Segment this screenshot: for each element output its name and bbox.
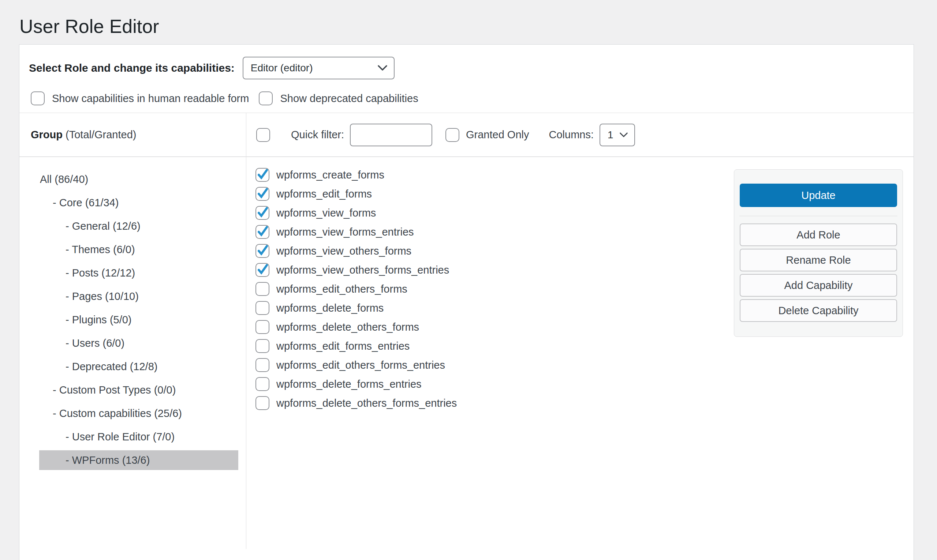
capability-checkbox[interactable]: [256, 206, 270, 220]
update-button[interactable]: Update: [740, 184, 897, 207]
group-header: Group (Total/Granted): [19, 113, 246, 157]
human-readable-checkbox[interactable]: [31, 91, 45, 105]
check-icon: [256, 168, 270, 181]
capability-name: wpforms_create_forms: [276, 169, 384, 181]
check-icon: [256, 225, 270, 238]
group-tree: All (86/40) - Core (61/34) - General (12…: [19, 157, 246, 470]
role-select-value: Editor (editor): [251, 62, 313, 74]
tree-item-general[interactable]: - General (12/6): [19, 214, 246, 238]
capability-name: wpforms_delete_forms_entries: [276, 378, 422, 390]
capability-name: wpforms_view_forms_entries: [276, 226, 414, 238]
quick-filter-checkbox[interactable]: [256, 128, 270, 142]
role-select[interactable]: Editor (editor): [243, 57, 395, 79]
capability-checkbox[interactable]: [256, 320, 270, 334]
capability-row: wpforms_delete_forms_entries: [256, 375, 914, 394]
page-title: User Role Editor: [0, 0, 937, 37]
group-column: Group (Total/Granted) All (86/40) - Core…: [19, 113, 246, 549]
actions-panel: Update Add Role Rename Role Add Capabili…: [734, 169, 903, 337]
capability-name: wpforms_view_forms: [276, 207, 376, 219]
columns-select-value: 1: [607, 129, 613, 141]
tree-item-pages[interactable]: - Pages (10/10): [19, 285, 246, 308]
capability-checkbox[interactable]: [256, 301, 270, 315]
capability-name: wpforms_edit_others_forms: [276, 283, 407, 295]
capability-checkbox[interactable]: [256, 396, 270, 410]
tree-item-custom-post-types[interactable]: - Custom Post Types (0/0): [19, 378, 246, 402]
capability-name: wpforms_view_others_forms_entries: [276, 264, 449, 276]
tree-item-users[interactable]: - Users (6/0): [19, 331, 246, 355]
capability-name: wpforms_edit_forms: [276, 188, 372, 200]
add-role-button[interactable]: Add Role: [740, 223, 897, 246]
divider: [739, 216, 897, 216]
capability-row: wpforms_edit_forms_entries: [256, 337, 914, 355]
capability-checkbox[interactable]: [256, 377, 270, 391]
tree-item-plugins[interactable]: - Plugins (5/0): [19, 308, 246, 331]
role-row: Select Role and change its capabilities:…: [19, 45, 914, 79]
capability-checkbox[interactable]: [256, 168, 270, 182]
tree-item-user-role-editor[interactable]: - User Role Editor (7/0): [19, 425, 246, 448]
tree-item-custom-capabilities[interactable]: - Custom capabilities (25/6): [19, 402, 246, 425]
capability-name: wpforms_view_others_forms: [276, 245, 411, 257]
capability-name: wpforms_edit_others_forms_entries: [276, 359, 445, 371]
add-capability-button[interactable]: Add Capability: [740, 274, 897, 297]
capability-row: wpforms_edit_others_forms_entries: [256, 355, 914, 375]
tree-item-posts[interactable]: - Posts (12/12): [19, 261, 246, 285]
columns-label: Columns:: [549, 129, 594, 141]
capability-checkbox[interactable]: [256, 358, 270, 372]
check-icon: [256, 206, 270, 219]
chevron-down-icon: [620, 132, 628, 137]
capability-name: wpforms_delete_forms: [276, 302, 384, 314]
group-header-label: Group (Total/Granted): [31, 129, 136, 141]
tree-item-core[interactable]: - Core (61/34): [19, 191, 246, 214]
columns-select[interactable]: 1: [599, 124, 635, 146]
human-readable-label: Show capabilities in human readable form: [52, 92, 249, 105]
capability-checkbox[interactable]: [256, 225, 270, 239]
capability-name: wpforms_delete_others_forms_entries: [276, 397, 457, 409]
check-icon: [256, 263, 270, 276]
filter-header: Quick filter: Granted Only Columns: 1: [246, 113, 914, 157]
deprecated-checkbox[interactable]: [259, 91, 273, 105]
toggles-row: Show capabilities in human readable form…: [19, 91, 914, 105]
capability-checkbox[interactable]: [256, 282, 270, 296]
granted-only-label: Granted Only: [466, 129, 529, 141]
capability-name: wpforms_delete_others_forms: [276, 321, 419, 333]
capability-name: wpforms_edit_forms_entries: [276, 340, 410, 352]
main-panel: Select Role and change its capabilities:…: [19, 44, 914, 560]
deprecated-label: Show deprecated capabilities: [280, 92, 418, 105]
select-role-label: Select Role and change its capabilities:: [29, 62, 234, 74]
capability-row: wpforms_delete_others_forms_entries: [256, 394, 914, 412]
quick-filter-label: Quick filter:: [291, 129, 344, 141]
capability-checkbox[interactable]: [256, 187, 270, 201]
tree-item-all[interactable]: All (86/40): [19, 168, 246, 191]
capability-checkbox[interactable]: [256, 339, 270, 353]
delete-capability-button[interactable]: Delete Capability: [740, 299, 897, 322]
check-icon: [256, 244, 270, 257]
tree-item-deprecated[interactable]: - Deprecated (12/8): [19, 355, 246, 378]
tree-item-themes[interactable]: - Themes (6/0): [19, 238, 246, 261]
chevron-down-icon: [378, 65, 387, 71]
quick-filter-input[interactable]: [350, 124, 432, 146]
check-icon: [256, 187, 270, 200]
tree-item-wpforms[interactable]: - WPForms (13/6): [39, 450, 238, 470]
capability-checkbox[interactable]: [256, 263, 270, 277]
capability-checkbox[interactable]: [256, 244, 270, 258]
granted-only-checkbox[interactable]: [445, 128, 459, 142]
rename-role-button[interactable]: Rename Role: [740, 249, 897, 271]
